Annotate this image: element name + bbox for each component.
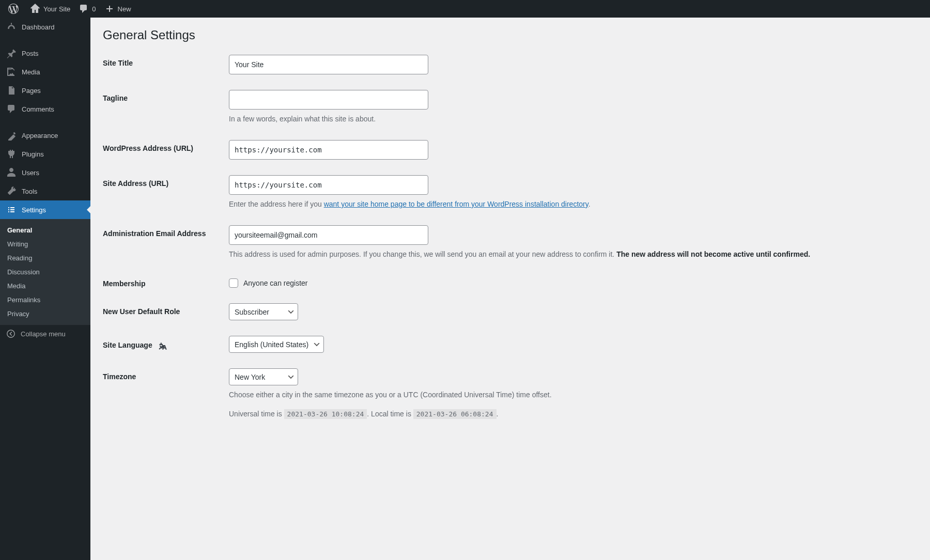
submenu-writing[interactable]: Writing: [0, 237, 90, 251]
page-title: General Settings: [103, 28, 920, 42]
admin-email-description: This address is used for admin purposes.…: [229, 249, 920, 260]
site-address-help-link[interactable]: want your site home page to be different…: [324, 200, 588, 208]
tagline-description: In a few words, explain what this site i…: [229, 114, 920, 125]
local-time: 2021-03-26 06:08:24: [413, 409, 497, 419]
menu-settings[interactable]: Settings: [0, 200, 90, 219]
comment-icon: [79, 4, 89, 14]
timezone-label: Timezone: [103, 368, 229, 381]
media-icon: [6, 67, 17, 77]
membership-checkbox-label[interactable]: Anyone can register: [243, 279, 308, 287]
tools-icon: [6, 186, 17, 196]
site-title-label: Site Title: [103, 55, 229, 67]
users-icon: [6, 167, 17, 178]
new-content-link[interactable]: New: [100, 0, 135, 18]
admin-email-input[interactable]: [229, 225, 428, 245]
menu-pages[interactable]: Pages: [0, 81, 90, 100]
menu-appearance[interactable]: Appearance: [0, 126, 90, 145]
menu-comments[interactable]: Comments: [0, 100, 90, 118]
settings-icon: [6, 205, 17, 215]
menu-dashboard[interactable]: Dashboard: [0, 18, 90, 36]
site-address-label: Site Address (URL): [103, 175, 229, 188]
comments-icon: [6, 104, 17, 114]
collapse-icon: [6, 329, 16, 338]
svg-point-0: [7, 330, 14, 337]
menu-media[interactable]: Media: [0, 63, 90, 81]
site-language-select[interactable]: English (United States): [229, 336, 324, 353]
collapse-menu[interactable]: Collapse menu: [0, 325, 90, 343]
pin-icon: [6, 48, 17, 58]
admin-toolbar: Your Site 0 New: [0, 0, 930, 18]
utc-time: 2021-03-26 10:08:24: [284, 409, 367, 419]
plugins-icon: [6, 149, 17, 159]
plus-icon: [104, 4, 115, 14]
membership-label: Membership: [103, 275, 229, 288]
wp-address-label: WordPress Address (URL): [103, 140, 229, 152]
tagline-label: Tagline: [103, 90, 229, 102]
submenu-permalinks[interactable]: Permalinks: [0, 293, 90, 307]
translate-icon: [157, 340, 168, 351]
pages-icon: [6, 85, 17, 96]
comments-count: 0: [92, 5, 96, 13]
home-icon: [30, 4, 40, 14]
site-address-description: Enter the address here if you want your …: [229, 199, 920, 210]
site-name-link[interactable]: Your Site: [26, 0, 74, 18]
submenu-discussion[interactable]: Discussion: [0, 265, 90, 279]
menu-tools[interactable]: Tools: [0, 182, 90, 200]
comments-link[interactable]: 0: [74, 0, 100, 18]
site-name-text: Your Site: [43, 5, 70, 13]
site-address-input[interactable]: [229, 175, 428, 195]
main-content: General Settings Site Title Tagline In a…: [90, 18, 930, 456]
membership-checkbox[interactable]: [229, 278, 238, 288]
site-title-input[interactable]: [229, 55, 428, 74]
menu-posts[interactable]: Posts: [0, 44, 90, 63]
tagline-input[interactable]: [229, 90, 428, 110]
submenu-reading[interactable]: Reading: [0, 251, 90, 265]
wordpress-icon: [8, 4, 19, 14]
menu-users[interactable]: Users: [0, 163, 90, 182]
new-label: New: [118, 5, 131, 13]
timezone-times: Universal time is 2021-03-26 10:08:24. L…: [229, 409, 920, 419]
wp-address-input[interactable]: [229, 140, 428, 160]
submenu-media[interactable]: Media: [0, 279, 90, 293]
settings-submenu: General Writing Reading Discussion Media…: [0, 219, 90, 325]
appearance-icon: [6, 130, 17, 141]
timezone-select[interactable]: New York: [229, 368, 298, 385]
default-role-label: New User Default Role: [103, 303, 229, 316]
admin-email-label: Administration Email Address: [103, 225, 229, 238]
admin-sidebar: Dashboard Posts Media Pages Comments App…: [0, 18, 90, 456]
timezone-description: Choose either a city in the same timezon…: [229, 390, 920, 400]
wp-logo[interactable]: [4, 0, 26, 18]
dashboard-icon: [6, 22, 17, 32]
site-language-label: Site Language: [103, 336, 229, 351]
default-role-select[interactable]: Subscriber: [229, 303, 298, 320]
submenu-privacy[interactable]: Privacy: [0, 307, 90, 321]
menu-plugins[interactable]: Plugins: [0, 145, 90, 163]
submenu-general[interactable]: General: [0, 223, 90, 237]
